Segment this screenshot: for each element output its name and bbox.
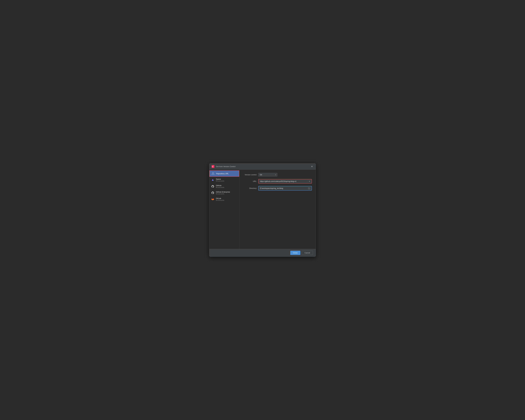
svg-text:IJ: IJ (212, 166, 213, 167)
sidebar-item-github-enterprise-content: GitHub Enterprise No accounts (216, 191, 230, 195)
directory-label: Directory: (243, 187, 257, 189)
version-control-row: Version control: Git ▼ (243, 173, 312, 177)
svg-point-2 (213, 172, 213, 173)
url-row: URL: ▼ (243, 179, 312, 183)
sidebar-item-space-label: Space (216, 178, 224, 180)
version-control-select[interactable]: Git (258, 173, 277, 177)
get-from-vcs-dialog: IJ Get from Version Control ✕ (209, 163, 316, 257)
sidebar-item-space-sub: No accounts (216, 180, 224, 182)
dialog-footer: Clone Cancel (209, 249, 316, 257)
dialog-body: Repository URL (209, 170, 316, 249)
sidebar-item-repository-url-content: Repository URL (216, 172, 229, 175)
folder-icon (308, 187, 310, 190)
svg-point-3 (212, 174, 213, 175)
version-control-label: Version control: (243, 174, 257, 176)
intellij-logo-icon: IJ (212, 165, 214, 168)
svg-line-6 (213, 173, 214, 174)
directory-input-wrapper (258, 186, 312, 191)
url-input-wrapper: ▼ (258, 179, 312, 183)
dialog-title: Get from Version Control (216, 165, 235, 168)
sidebar-item-github[interactable]: GitHub No accounts (209, 183, 239, 190)
github-icon (211, 185, 214, 188)
sidebar-item-repository-url-label: Repository URL (216, 172, 229, 175)
github-enterprise-icon (211, 191, 214, 194)
close-button[interactable]: ✕ (310, 165, 313, 168)
sidebar-item-gitlab[interactable]: GitLab No accounts (209, 196, 239, 202)
sidebar-item-repository-url[interactable]: Repository URL (209, 170, 239, 177)
main-content: Version control: Git ▼ URL: ▼ Directory (239, 170, 316, 249)
url-input[interactable] (259, 179, 307, 183)
sidebar-item-github-content: GitHub No accounts (216, 184, 224, 188)
space-icon (211, 179, 214, 181)
sidebar: Repository URL (209, 170, 239, 249)
svg-point-4 (214, 174, 214, 175)
version-control-select-wrapper: Git ▼ (258, 173, 277, 177)
title-bar-left: IJ Get from Version Control (212, 165, 235, 168)
directory-input[interactable] (259, 186, 307, 190)
svg-line-5 (212, 173, 213, 174)
title-bar: IJ Get from Version Control ✕ (209, 163, 316, 170)
app-icon: IJ (212, 165, 215, 168)
sidebar-item-gitlab-content: GitLab No accounts (216, 197, 224, 201)
sidebar-item-github-sub: No accounts (216, 187, 224, 188)
url-label: URL: (243, 180, 257, 182)
sidebar-item-gitlab-sub: No accounts (216, 199, 224, 201)
cancel-button[interactable]: Cancel (302, 251, 313, 255)
svg-marker-8 (212, 179, 214, 181)
gitlab-icon (211, 198, 214, 201)
clone-button[interactable]: Clone (290, 251, 300, 255)
sidebar-item-github-enterprise-label: GitHub Enterprise (216, 191, 230, 193)
sidebar-item-github-label: GitHub (216, 184, 224, 187)
sidebar-item-github-enterprise-sub: No accounts (216, 193, 230, 195)
url-dropdown-button[interactable]: ▼ (307, 180, 312, 182)
sidebar-item-space[interactable]: Space No accounts (209, 177, 239, 183)
browse-directory-button[interactable] (307, 187, 312, 190)
sidebar-item-gitlab-label: GitLab (216, 197, 224, 199)
directory-row: Directory: (243, 186, 312, 191)
sidebar-item-github-enterprise[interactable]: GitHub Enterprise No accounts (209, 190, 239, 196)
sidebar-item-space-content: Space No accounts (216, 178, 224, 182)
repository-url-icon (212, 172, 215, 175)
